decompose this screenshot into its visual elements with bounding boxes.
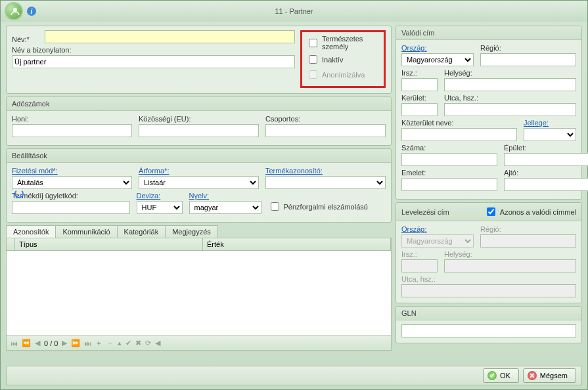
building-label: Épület: <box>504 144 588 152</box>
mail-city-label: Helység: <box>444 250 576 258</box>
nav-nextpage-icon[interactable]: ⏩ <box>71 339 80 347</box>
tab-body: Típus Érték <box>6 238 392 336</box>
doc-name-input[interactable] <box>12 55 295 68</box>
number-label: Száma: <box>401 144 497 152</box>
mail-zip-input <box>401 259 438 272</box>
nav-refresh-icon[interactable]: ⟳ <box>145 339 151 347</box>
tab-communication[interactable]: Kommunikáció <box>55 225 117 238</box>
city-input[interactable] <box>444 78 576 91</box>
nav-prevpage-icon[interactable]: ⏪ <box>22 339 31 347</box>
tab-categories[interactable]: Kategóriák <box>117 225 166 238</box>
fee-code-input[interactable] <box>12 201 130 214</box>
lang-select[interactable]: magyar <box>189 201 261 214</box>
mail-street-input <box>401 284 576 297</box>
tax-group-label: Csoportos: <box>265 115 386 123</box>
street-full-label: Utca, hsz.: <box>444 94 576 102</box>
cancel-button[interactable]: Mégsem <box>523 368 576 383</box>
tab-notes[interactable]: Megjegyzés <box>165 225 218 238</box>
tax-group-input[interactable] <box>265 124 386 137</box>
nav-remove-icon[interactable]: － <box>106 338 114 348</box>
nav-add-icon[interactable]: ＋ <box>95 338 102 348</box>
grid-col-value[interactable]: Érték <box>203 238 391 250</box>
nav-edit-icon[interactable]: ▴ <box>118 339 122 347</box>
ok-button[interactable]: OK <box>483 368 519 383</box>
zip-input[interactable] <box>401 78 438 91</box>
doc-name-label: Név a bizonylaton: <box>12 46 295 54</box>
country-label[interactable]: Ország: <box>401 44 474 52</box>
app-icon <box>5 2 23 20</box>
grid-navigator: ⏮ ⏪ ◀ 0 / 0 ▶ ⏩ ⏭ ＋ － ▴ ✔ ✖ ⟳ ◀ <box>6 336 392 351</box>
loading-spinner-icon <box>14 189 24 198</box>
tax-group-title: Adószámok <box>7 97 391 111</box>
number-input[interactable] <box>401 153 497 166</box>
mail-region-input <box>480 234 576 248</box>
currency-select[interactable]: HUF <box>137 201 183 214</box>
settings-group: Beállítások Fizetési mód*: Átutalás Árfo… <box>6 148 392 223</box>
payment-label[interactable]: Fizetési mód*: <box>12 167 132 175</box>
payment-select[interactable]: Átutalás <box>12 176 132 189</box>
building-input[interactable] <box>504 153 588 166</box>
mail-address-title: Levelezési cím <box>401 208 449 216</box>
prodid-label[interactable]: Termékazonosító: <box>265 167 386 175</box>
real-address-group: Valódi cím Ország:Magyarország Régió: Ir… <box>396 26 582 200</box>
floor-label: Emelet: <box>401 169 497 177</box>
grid-row-selector <box>7 238 15 250</box>
gln-title: GLN <box>396 307 581 320</box>
zip-label: Irsz.: <box>401 69 438 77</box>
tax-group: Adószámok Honi: Közösségi (EU): Csoporto… <box>6 97 392 146</box>
district-input[interactable] <box>401 103 438 116</box>
cancel-icon <box>528 371 537 380</box>
nav-cancel-icon[interactable]: ✖ <box>135 339 141 347</box>
region-label: Régió: <box>480 44 576 52</box>
mail-street-label: Utca, hsz.: <box>401 275 576 283</box>
settings-group-title: Beállítások <box>7 149 391 163</box>
lang-label[interactable]: Nyelv: <box>189 192 261 200</box>
grid-col-type[interactable]: Típus <box>15 238 203 250</box>
mail-address-group: Levelezési cím Azonos a valódi címmel Or… <box>396 202 582 303</box>
partner-window: i 11 - Partner Név:* Név a bizonylaton: <box>0 0 588 390</box>
titlebar: i 11 - Partner <box>1 1 587 22</box>
floor-input[interactable] <box>401 178 497 191</box>
cash-accounting-label: Pénzforgalmi elszámolású <box>284 203 368 211</box>
public-type-select[interactable] <box>524 128 576 141</box>
public-area-label: Közterület neve: <box>401 119 517 127</box>
prodid-select[interactable] <box>265 176 386 189</box>
natural-person-checkbox[interactable] <box>309 39 317 47</box>
natural-person-label: Természetes személy <box>322 35 380 51</box>
nav-next-icon[interactable]: ▶ <box>62 339 67 347</box>
public-area-input[interactable] <box>401 128 517 141</box>
tax-eu-input[interactable] <box>139 124 259 137</box>
price-label[interactable]: Árforma*: <box>139 167 259 175</box>
door-input[interactable] <box>504 178 588 191</box>
nav-prev-icon[interactable]: ◀ <box>35 339 40 347</box>
tax-domestic-input[interactable] <box>12 124 132 137</box>
info-icon[interactable]: i <box>27 7 36 16</box>
public-type-label[interactable]: Jellege: <box>524 119 576 127</box>
inactive-label: Inaktív <box>322 56 343 64</box>
grid-body[interactable] <box>7 251 391 335</box>
street-full-input[interactable] <box>444 103 576 116</box>
footer: OK Mégsem <box>6 366 582 385</box>
svg-point-0 <box>13 8 17 12</box>
same-as-real-label: Azonos a valódi címmel <box>500 208 576 216</box>
nav-first-icon[interactable]: ⏮ <box>11 339 18 347</box>
nav-confirm-icon[interactable]: ✔ <box>125 339 131 347</box>
gln-input[interactable] <box>401 324 576 337</box>
region-input[interactable] <box>480 53 576 66</box>
tabs-container: Azonosítók Kommunikáció Kategóriák Megje… <box>6 225 392 351</box>
name-input[interactable] <box>45 30 295 43</box>
door-label: Ajtó: <box>504 169 588 177</box>
nav-collapse-icon[interactable]: ◀ <box>155 339 160 347</box>
mail-country-label[interactable]: Ország: <box>401 225 474 233</box>
inactive-checkbox[interactable] <box>309 55 317 64</box>
country-select[interactable]: Magyarország <box>401 53 474 66</box>
tab-identifiers[interactable]: Azonosítók <box>6 225 56 238</box>
currency-label[interactable]: Deviza: <box>137 192 183 200</box>
city-label: Helység: <box>444 69 576 77</box>
nav-last-icon[interactable]: ⏭ <box>84 339 91 347</box>
same-as-real-checkbox[interactable] <box>487 207 495 216</box>
ok-icon <box>487 371 497 380</box>
mail-city-input <box>444 259 576 272</box>
cash-accounting-checkbox[interactable] <box>271 202 279 211</box>
price-select[interactable]: Listaár <box>139 176 259 189</box>
